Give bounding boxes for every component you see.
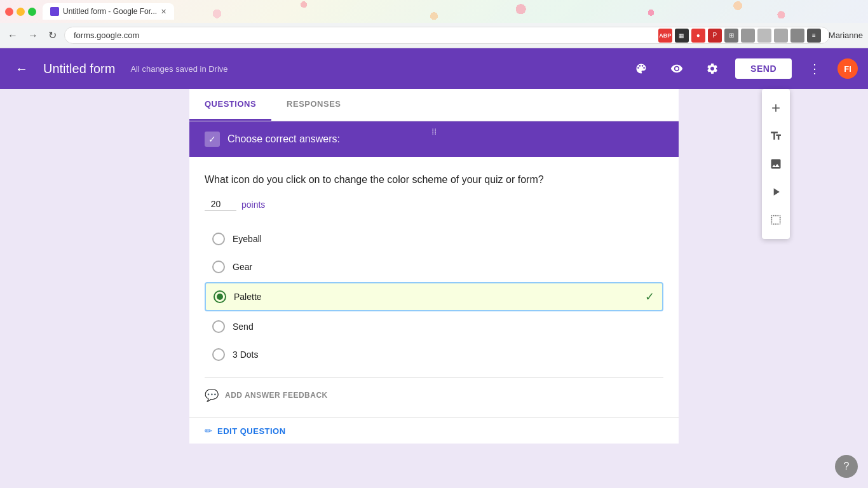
forward-nav-button[interactable]: → xyxy=(25,27,41,44)
main-content: QUESTIONS RESPONSES ⁞⁞ ✓ Choose correct … xyxy=(0,89,868,488)
feedback-label: ADD ANSWER FEEDBACK xyxy=(225,391,328,400)
video-icon xyxy=(770,186,782,198)
more-icon: ⋮ xyxy=(808,61,821,76)
radio-gear xyxy=(212,261,225,273)
section-icon xyxy=(770,214,782,226)
save-status: All changes saved in Drive xyxy=(130,64,227,74)
option-send[interactable]: Send xyxy=(205,314,663,339)
option-palette[interactable]: Palette ✓ xyxy=(205,282,663,311)
help-button[interactable]: ? xyxy=(835,455,858,478)
tabs-bar: QUESTIONS RESPONSES xyxy=(189,89,679,121)
question-text: What icon do you click on to change the … xyxy=(205,172,663,187)
ext-s2[interactable] xyxy=(757,29,771,43)
form-container: QUESTIONS RESPONSES ⁞⁞ ✓ Choose correct … xyxy=(189,89,679,488)
active-tab[interactable]: Untitled form - Google For... ✕ xyxy=(43,3,174,20)
radio-3dots xyxy=(212,348,225,361)
question-header: ⁞⁞ ✓ Choose correct answers: xyxy=(189,121,679,157)
address-bar: ← → ↻ forms.google.com ABP ▦ ● P ⊞ ≡ Mar… xyxy=(0,23,868,48)
extensions-area: ABP ▦ ● P ⊞ ≡ Marianne xyxy=(658,29,863,43)
palette-icon xyxy=(635,62,648,75)
add-section-button[interactable] xyxy=(762,206,790,234)
correct-check-icon: ✓ xyxy=(645,290,654,304)
send-button[interactable]: SEND xyxy=(735,58,792,79)
edit-label: EDIT QUESTION xyxy=(217,426,286,436)
back-to-forms-button[interactable]: ← xyxy=(10,57,33,81)
radio-send xyxy=(212,320,225,333)
help-icon: ? xyxy=(844,461,850,472)
text-icon xyxy=(770,130,782,142)
option-3dots[interactable]: 3 Dots xyxy=(205,342,663,367)
option-text-eyeball: Eyeball xyxy=(233,234,656,244)
more-options-button[interactable]: ⋮ xyxy=(802,56,827,81)
feedback-section[interactable]: 💬 ADD ANSWER FEEDBACK xyxy=(205,377,663,402)
add-image-button[interactable] xyxy=(762,150,790,178)
ext-s1[interactable] xyxy=(741,29,755,43)
ext-dot[interactable]: ● xyxy=(691,29,705,43)
option-text-gear: Gear xyxy=(233,262,656,272)
user-label: Marianne xyxy=(829,29,863,43)
tab-questions[interactable]: QUESTIONS xyxy=(189,89,271,121)
eye-icon xyxy=(670,62,683,75)
traffic-lights xyxy=(5,8,36,16)
add-text-button[interactable] xyxy=(762,122,790,150)
radio-palette xyxy=(214,290,226,303)
tab-responses[interactable]: RESPONSES xyxy=(271,89,356,121)
ext-s4[interactable] xyxy=(790,29,804,43)
option-text-send: Send xyxy=(233,322,656,332)
points-label: points xyxy=(241,200,265,210)
ext-qr[interactable]: ▦ xyxy=(675,29,689,43)
form-title: Untitled form xyxy=(43,62,115,76)
back-nav-button[interactable]: ← xyxy=(5,27,20,44)
add-icon xyxy=(770,102,782,114)
edit-section[interactable]: ✏ EDIT QUESTION xyxy=(189,417,679,444)
ext-grid[interactable]: ⊞ xyxy=(724,29,738,43)
palette-icon-button[interactable] xyxy=(628,56,654,81)
feedback-icon: 💬 xyxy=(205,388,219,402)
ext-menu[interactable]: ≡ xyxy=(807,29,821,43)
gear-icon xyxy=(706,62,719,75)
option-text-3dots: 3 Dots xyxy=(233,349,656,360)
add-video-button[interactable] xyxy=(762,178,790,206)
minimize-button[interactable] xyxy=(17,8,25,16)
correct-answers-icon: ✓ xyxy=(205,132,220,147)
option-text-palette: Palette xyxy=(234,292,637,302)
option-gear[interactable]: Gear xyxy=(205,254,663,280)
reload-button[interactable]: ↻ xyxy=(46,27,59,44)
ext-pin[interactable]: P xyxy=(708,29,722,43)
tab-bar: Untitled form - Google For... ✕ xyxy=(43,3,174,20)
preview-icon-button[interactable] xyxy=(664,56,689,81)
radio-eyeball xyxy=(212,233,225,245)
points-input[interactable] xyxy=(205,198,236,211)
answer-options: Eyeball Gear Palette ✓ Send 3 xyxy=(205,226,663,367)
tab-close-button[interactable]: ✕ xyxy=(161,8,166,16)
drag-handle: ⁞⁞ xyxy=(431,126,437,137)
right-sidebar xyxy=(762,89,790,239)
points-row: points xyxy=(205,198,663,211)
app-header: ← Untitled form All changes saved in Dri… xyxy=(0,48,868,89)
user-avatar[interactable]: Fl xyxy=(837,58,858,79)
option-eyeball[interactable]: Eyeball xyxy=(205,226,663,252)
ext-s3[interactable] xyxy=(774,29,788,43)
tab-favicon xyxy=(50,7,59,16)
add-question-button[interactable] xyxy=(762,94,790,122)
url-text: forms.google.com xyxy=(74,30,139,40)
browser-chrome: Untitled form - Google For... ✕ xyxy=(0,0,868,23)
edit-icon: ✏ xyxy=(205,426,212,436)
question-body: What icon do you click on to change the … xyxy=(189,157,679,417)
settings-icon-button[interactable] xyxy=(700,56,725,81)
maximize-button[interactable] xyxy=(28,8,36,16)
close-button[interactable] xyxy=(5,8,13,16)
tab-title: Untitled form - Google For... xyxy=(63,7,157,16)
choose-correct-answers-label: Choose correct answers: xyxy=(227,133,340,145)
ext-abp[interactable]: ABP xyxy=(658,29,672,43)
image-icon xyxy=(770,158,782,170)
